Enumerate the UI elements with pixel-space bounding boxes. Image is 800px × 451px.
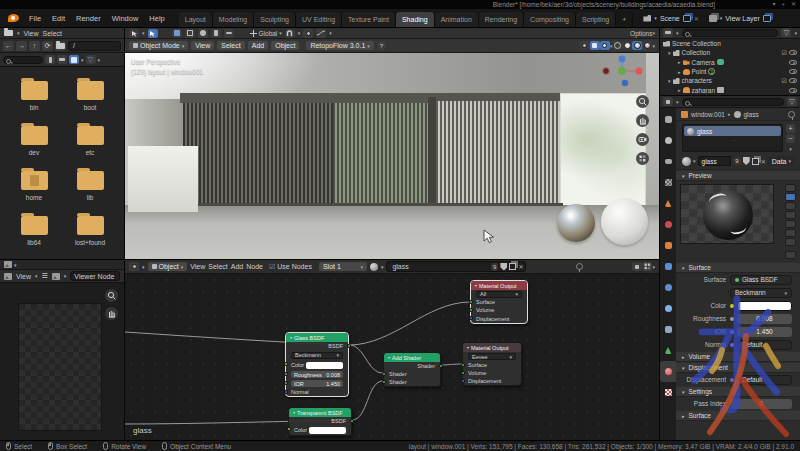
section-preview[interactable]: ▾ Preview [676, 170, 800, 181]
tab-rendering[interactable]: Rendering [479, 12, 524, 27]
path-field[interactable]: / [68, 41, 121, 51]
section-volume[interactable]: ▸ Volume [676, 351, 800, 362]
checkbox-icon[interactable]: ☑ [782, 78, 787, 84]
measure-icon[interactable] [224, 29, 234, 38]
zoom-icon[interactable] [105, 289, 118, 302]
display-horizontal-list-icon[interactable] [57, 55, 67, 64]
tab-material[interactable] [660, 361, 676, 382]
pass-index-slider[interactable]: 0 [730, 399, 792, 409]
outliner-row-scene-collection[interactable]: Scene Collection [660, 39, 800, 48]
tab-object[interactable] [660, 235, 676, 256]
new-material-copy-icon[interactable] [752, 158, 759, 165]
tab-particles[interactable] [660, 277, 676, 298]
folder-item[interactable]: dev [6, 120, 62, 161]
shader-type-dropdown[interactable]: Object ▾ [148, 262, 188, 271]
hide-eye-icon[interactable] [789, 88, 797, 93]
image-name-field[interactable]: Viewer Node [70, 271, 120, 281]
color-swatch[interactable] [309, 427, 346, 434]
toggle-ortho-icon[interactable] [636, 152, 649, 165]
node-add-shader[interactable]: ▾Add Shader Shader Shader Shader [383, 352, 441, 387]
shading-solid-icon[interactable] [622, 41, 632, 50]
section-surface[interactable]: ▾ Surface [676, 262, 800, 273]
menu-file[interactable]: File [24, 14, 46, 23]
refresh-button[interactable]: ⟳ [42, 41, 53, 51]
new-view-layer-icon[interactable] [763, 15, 771, 22]
hamburger-menu-icon[interactable]: ☰ [42, 272, 48, 280]
snap-magnet-icon[interactable] [285, 29, 295, 38]
breadcrumb-material[interactable]: glass [744, 111, 759, 118]
folder-item[interactable]: etc [62, 120, 118, 161]
forward-button[interactable]: → [16, 41, 27, 51]
menu-render[interactable]: Render [71, 14, 106, 23]
xray-toggle-icon[interactable] [590, 41, 600, 50]
view-layer-selector[interactable]: ▾ View Layer [709, 15, 771, 22]
image-browse-icon[interactable] [52, 273, 60, 280]
outliner-filter-icon[interactable]: ▽ [781, 28, 791, 37]
output-target-dropdown[interactable]: All▾ [476, 291, 522, 298]
ior-slider[interactable]: IOR1.450 [291, 380, 343, 387]
tab-view-layer[interactable] [660, 172, 676, 193]
new-scene-icon[interactable] [683, 15, 691, 22]
show-gizmo-icon[interactable] [580, 41, 590, 50]
file-browser-editor-icon[interactable] [4, 30, 13, 36]
preview-sphere-button[interactable] [785, 193, 796, 201]
display-vertical-list-icon[interactable] [45, 55, 55, 64]
add-slot-button[interactable]: + [786, 124, 795, 133]
tab-render[interactable] [660, 130, 676, 151]
material-name-field[interactable]: glass 9 ✕ [386, 261, 526, 272]
color-swatch[interactable] [737, 301, 792, 311]
outliner-display-mode-icon[interactable] [663, 28, 673, 37]
unlink-material-icon[interactable]: ✕ [518, 263, 523, 270]
hide-eye-icon[interactable] [789, 50, 797, 55]
up-directory-button[interactable]: ↑ [29, 41, 40, 51]
node-editor-type-icon[interactable] [129, 262, 139, 271]
add-workspace-button[interactable]: + [616, 12, 633, 27]
tab-physics[interactable] [660, 298, 676, 319]
mode-dropdown[interactable]: Object Mode ▾ [129, 41, 188, 50]
filter-funnel-icon[interactable]: ▽ [86, 55, 96, 64]
shade-window-icon[interactable]: ▾ [772, 0, 775, 9]
image-editor-type-icon[interactable] [4, 261, 12, 268]
material-slot-selected[interactable]: glass [684, 126, 781, 136]
fake-user-shield-icon[interactable] [500, 263, 507, 271]
expand-icon[interactable]: ▸ [678, 87, 681, 93]
back-button[interactable]: ← [3, 41, 14, 51]
image-view-menu[interactable]: View [16, 273, 31, 280]
section-settings[interactable]: ▾ Settings [676, 386, 800, 397]
tab-texture-paint[interactable]: Texture Paint [342, 12, 396, 27]
tab-tool[interactable] [660, 109, 676, 130]
distribution-dropdown[interactable]: Beckmann▾ [730, 288, 792, 298]
preview-flat-button[interactable] [785, 184, 796, 192]
preview-fluid-button[interactable] [785, 229, 796, 237]
file-browser-select-menu[interactable]: Select [43, 30, 62, 37]
parent-node-tree-icon[interactable] [632, 262, 642, 271]
pin-icon[interactable] [576, 263, 583, 270]
folder-item[interactable]: bin [6, 75, 62, 116]
navigation-gizmo[interactable] [599, 55, 645, 89]
remove-slot-button[interactable]: − [786, 134, 795, 143]
menu-window[interactable]: Window [107, 14, 144, 23]
annotate-icon[interactable] [211, 29, 221, 38]
material-slot-list[interactable]: glass ⋯ [682, 124, 783, 152]
node-transparent-bsdf[interactable]: ▾Transparent BSDF BSDF Color [288, 407, 352, 436]
menu-help[interactable]: Help [144, 14, 169, 23]
node-add-menu[interactable]: Add [231, 263, 243, 270]
shading-material-icon[interactable] [632, 41, 642, 50]
camera-view-icon[interactable] [636, 133, 649, 146]
properties-filter-icon[interactable]: ▽ [787, 97, 797, 106]
outliner-row-characters[interactable]: ▾ characters ☑ [660, 76, 800, 85]
help-icon[interactable]: ? [377, 41, 386, 50]
tab-layout[interactable]: Layout [179, 12, 213, 27]
expand-icon[interactable]: ▾ [668, 50, 671, 56]
tab-sculpting[interactable]: Sculpting [254, 12, 296, 27]
slot-dropdown[interactable]: Slot 1 ▾ [319, 262, 367, 271]
blender-logo-icon[interactable] [8, 14, 19, 22]
preview-hair-button[interactable] [785, 211, 796, 219]
distribution-dropdown[interactable]: Beckmann▾ [291, 352, 343, 359]
outliner-row-collection[interactable]: ▾ Collection ☑ [660, 48, 800, 57]
chevron-down-icon[interactable]: ▾ [98, 57, 101, 63]
select-lasso-icon[interactable] [198, 29, 208, 38]
tab-scripting[interactable]: Scripting [576, 12, 616, 27]
tab-constraints[interactable] [660, 319, 676, 340]
displacement-value-button[interactable]: Default [737, 375, 792, 385]
